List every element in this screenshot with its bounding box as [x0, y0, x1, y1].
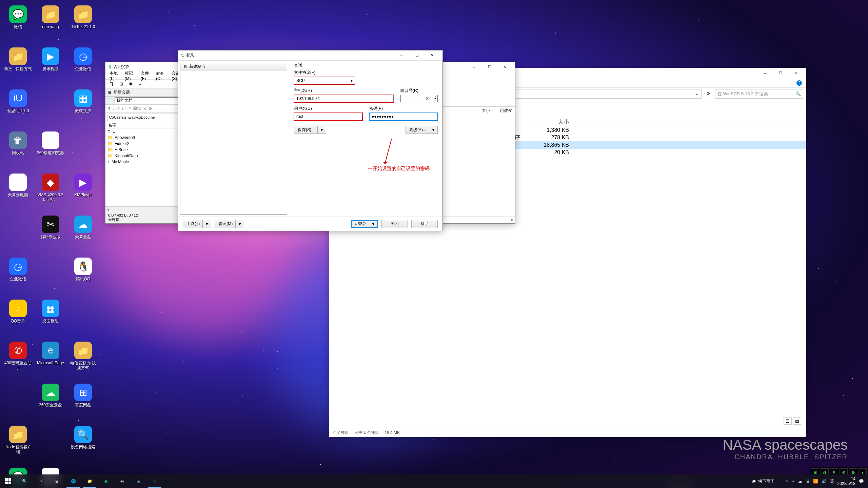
- desktop-icon[interactable]: ▶腾讯视频: [35, 45, 66, 85]
- tray-icon[interactable]: ☁: [798, 479, 802, 484]
- svg-rect-2: [5, 478, 8, 481]
- desktop-icon[interactable]: iU爱思助手7.0: [3, 87, 33, 127]
- user-input[interactable]: [294, 113, 362, 120]
- new-session-tab[interactable]: 🖥新建会话: [107, 89, 130, 95]
- tray-icon[interactable]: 🖥: [806, 479, 810, 484]
- desktop-icon[interactable]: 🔍设备网络搜索: [68, 423, 98, 464]
- help-icon[interactable]: ?: [796, 80, 802, 86]
- close-button[interactable]: ✕: [788, 68, 803, 78]
- taskbar-edge[interactable]: 🌐: [65, 474, 81, 488]
- desktop-icon[interactable]: ☁天翼云盘: [68, 213, 98, 253]
- system-tray: 🌧快下雨了 ㅅ ● ☁ 🖥 📶 🔊 英 14 2022/5/18 💬: [748, 476, 868, 486]
- desktop-icon[interactable]: 💬微信: [3, 3, 33, 43]
- taskbar-app2[interactable]: ▣: [130, 474, 146, 488]
- desktop-icon[interactable]: 📁电信宽叙办 快捷方式: [68, 339, 98, 380]
- clock[interactable]: 14 2022/5/18: [837, 476, 855, 486]
- icons-view-icon[interactable]: ▦: [793, 417, 801, 425]
- desktop-icon[interactable]: ▦桌面整理: [35, 297, 66, 338]
- compare-icon[interactable]: ⊞: [117, 80, 125, 88]
- taskview-button[interactable]: ⊞: [49, 474, 65, 488]
- close-button[interactable]: ✕: [425, 50, 440, 61]
- upload-button[interactable]: ⬆ 上传 ▾: [107, 106, 123, 111]
- details-view-icon[interactable]: ☰: [784, 417, 792, 425]
- taskbar-explorer[interactable]: 📁: [81, 474, 98, 488]
- desktop-icon[interactable]: ☁360安全云盘: [35, 381, 66, 422]
- desktop-icon[interactable]: ♪QQ音乐: [3, 297, 33, 338]
- desktop-icon[interactable]: 📁TikTok 21.1.0: [68, 3, 98, 43]
- port-spinner[interactable]: ▲▼: [433, 95, 438, 102]
- tray-icon[interactable]: ●: [792, 479, 794, 484]
- help-button[interactable]: 帮助: [411, 220, 438, 228]
- start-button[interactable]: [0, 474, 16, 488]
- terminal-icon[interactable]: ▣: [126, 80, 135, 88]
- desktop-icon[interactable]: eMicrosoft Edge: [35, 339, 66, 380]
- queue-icon[interactable]: ≡: [136, 80, 144, 88]
- desktop-icon[interactable]: ◷企业微信: [68, 45, 98, 85]
- search-icon: 🔍: [795, 91, 801, 96]
- refresh-button[interactable]: ⟳: [704, 90, 712, 98]
- login-button[interactable]: ▸ 登录▼: [351, 220, 378, 228]
- tray-icon[interactable]: ㅅ: [785, 479, 789, 484]
- weather-widget[interactable]: 🌧快下雨了: [752, 479, 774, 484]
- manage-button[interactable]: 管理(M)▼: [215, 220, 244, 228]
- dialog-footer: 工具(T)▼ 管理(M)▼ ▸ 登录▼ 关闭 帮助: [178, 217, 442, 231]
- host-label: 主机名(H): [294, 88, 394, 94]
- desktop-icon[interactable]: 📁新三 - 快捷方式: [3, 45, 33, 85]
- desktop-icon[interactable]: ◷企业微信: [3, 255, 33, 296]
- winscp-icon: ⇅: [108, 65, 112, 69]
- advanced-button[interactable]: 高级(A)...▼: [406, 126, 438, 134]
- svg-rect-3: [8, 478, 11, 481]
- maximize-button[interactable]: ☐: [482, 62, 497, 72]
- svg-marker-1: [383, 162, 388, 164]
- sync-icon[interactable]: ⇅: [107, 80, 116, 88]
- annotation-arrow: [381, 139, 395, 169]
- save-button[interactable]: 保存(S)...▼: [294, 126, 326, 134]
- minimize-button[interactable]: ─: [394, 50, 409, 61]
- desktop: 💬微信📁nan yang📁TikTok 21.1.0📁新三 - 快捷方式▶腾讯视…: [0, 0, 101, 488]
- tray-volume-icon[interactable]: 🔊: [822, 479, 827, 484]
- search-input[interactable]: 在 WinSCP-5.13.2 中搜索 🔍: [715, 89, 803, 99]
- password-label: 密码(P): [369, 106, 438, 111]
- desktop-icon[interactable]: ⊞百度网盘: [68, 381, 98, 422]
- port-label: 端口号(R): [400, 88, 438, 94]
- edit-button[interactable]: ✎ 编辑: [129, 106, 141, 111]
- winscp-icon: ⇅: [181, 53, 184, 58]
- new-site-item[interactable]: 🖥新建站点: [180, 63, 287, 70]
- session-label: 会话: [294, 63, 438, 68]
- desktop-icon[interactable]: ◎360极速浏览器: [35, 129, 66, 169]
- desktop-icon[interactable]: 📁nan yang: [35, 3, 66, 43]
- site-icon: 🖥: [183, 64, 187, 69]
- desktop-icon[interactable]: ▶KMPlayer: [68, 171, 98, 211]
- taskbar-app[interactable]: ◆: [98, 474, 114, 488]
- desktop-icon[interactable]: 🐧腾讯QQ: [68, 255, 98, 296]
- protocol-combo[interactable]: SCP▾: [294, 77, 355, 84]
- desktop-icon[interactable]: 📁iNode智能客户端: [3, 423, 33, 464]
- tray-icon[interactable]: 📶: [813, 479, 818, 484]
- taskbar-chrome[interactable]: ◎: [114, 474, 130, 488]
- desktop-icon[interactable]: ◆iVMS-4200 3.7.0.5 客…: [35, 171, 66, 211]
- host-input[interactable]: [294, 95, 394, 102]
- desktop-icon[interactable]: ✆400密码重置助手: [3, 339, 33, 380]
- desktop-icon[interactable]: ✂剪映专业版: [35, 213, 66, 253]
- desktop-icon[interactable]: 🗑回收站: [3, 129, 33, 169]
- search-button[interactable]: 🔍: [16, 474, 33, 488]
- desktop-icon[interactable]: ☁天翼云电脑: [3, 171, 33, 211]
- close-dialog-button[interactable]: 关闭: [381, 220, 408, 228]
- cortana-button[interactable]: ○: [33, 474, 49, 488]
- login-titlebar[interactable]: ⇅登录 ─ ☐ ✕: [178, 50, 442, 61]
- size-header: 大小: [482, 108, 490, 114]
- view-toggle[interactable]: ☰ ▦: [784, 417, 801, 425]
- close-button[interactable]: ✕: [497, 62, 512, 72]
- desktop-icon[interactable]: ▦傲软投屏: [68, 87, 98, 127]
- maximize-button[interactable]: ☐: [409, 50, 425, 61]
- minimize-button[interactable]: ─: [757, 68, 773, 78]
- password-input[interactable]: [369, 113, 438, 120]
- ime-indicator[interactable]: 英: [830, 479, 834, 484]
- minimize-button[interactable]: ─: [467, 62, 482, 72]
- site-list[interactable]: 🖥新建站点: [180, 63, 287, 215]
- maximize-button[interactable]: ☐: [773, 68, 788, 78]
- port-input[interactable]: [400, 95, 433, 102]
- notifications-button[interactable]: 💬: [859, 479, 864, 484]
- taskbar-winscp[interactable]: ⇅: [146, 474, 163, 488]
- tools-button[interactable]: 工具(T)▼: [183, 220, 211, 228]
